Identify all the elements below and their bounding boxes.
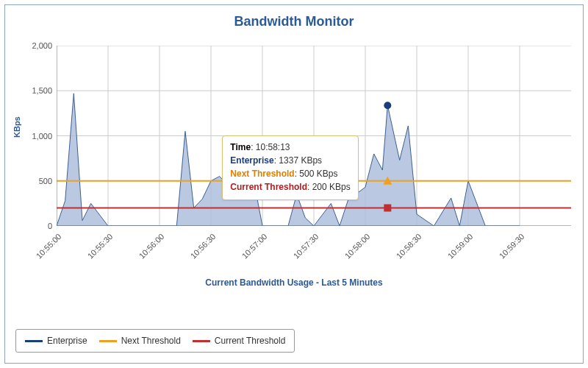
legend-item-enterprise[interactable]: Enterprise <box>25 336 87 346</box>
y-tick-label: 1,000 <box>23 132 52 141</box>
x-tick-label: 10:56:00 <box>137 232 166 261</box>
tooltip-next-value: 500 KBps <box>299 169 337 179</box>
x-tick-label: 10:58:30 <box>395 232 423 261</box>
legend-label: Next Threshold <box>121 336 181 346</box>
legend-item-current-threshold[interactable]: Current Threshold <box>193 336 286 346</box>
y-axis-label: KBps <box>12 116 21 138</box>
y-tick-label: 500 <box>23 177 52 185</box>
x-tick-label: 10:59:30 <box>498 232 526 261</box>
x-tick-label: 10:58:00 <box>343 232 372 261</box>
chart-title: Bandwidth Monitor <box>5 14 583 29</box>
y-tick-label: 1,500 <box>23 86 52 95</box>
line-swatch-icon <box>99 340 117 342</box>
y-tick-label: 0 <box>23 222 52 230</box>
legend-item-next-threshold[interactable]: Next Threshold <box>99 336 181 346</box>
legend: Enterprise Next Threshold Current Thresh… <box>15 329 295 353</box>
svg-rect-19 <box>384 205 391 212</box>
x-tick-label: 10:57:30 <box>292 232 320 261</box>
tooltip-time-label: Time <box>230 142 251 152</box>
y-tick-label: 2,000 <box>23 41 52 50</box>
x-tick-label: 10:55:30 <box>86 232 115 261</box>
chart-frame: Bandwidth Monitor KBps Current Bandwidth… <box>4 4 584 364</box>
tooltip-enterprise-label: Enterprise <box>230 155 273 166</box>
x-tick-label: 10:55:00 <box>35 232 63 261</box>
x-tick-label: 10:56:30 <box>189 232 218 261</box>
svg-point-17 <box>384 102 391 109</box>
tooltip: Time: 10:58:13 Enterprise: 1337 KBps Nex… <box>222 135 358 200</box>
legend-label: Enterprise <box>47 336 87 346</box>
x-axis-label: Current Bandwidth Usage - Last 5 Minutes <box>5 277 583 288</box>
tooltip-current-value: 200 KBps <box>312 182 351 192</box>
legend-label: Current Threshold <box>215 336 286 346</box>
x-tick-label: 10:59:00 <box>446 232 475 261</box>
tooltip-enterprise-value: 1337 KBps <box>279 155 322 166</box>
plot-area[interactable]: 05001,0001,5002,000 10:55:0010:55:3010:5… <box>57 46 571 226</box>
tooltip-next-label: Next Threshold <box>230 169 294 179</box>
line-swatch-icon <box>25 340 43 342</box>
tooltip-time-value: 10:58:13 <box>256 142 290 152</box>
line-swatch-icon <box>193 340 210 342</box>
tooltip-current-label: Current Threshold <box>230 182 307 192</box>
x-tick-label: 10:57:00 <box>240 232 269 261</box>
